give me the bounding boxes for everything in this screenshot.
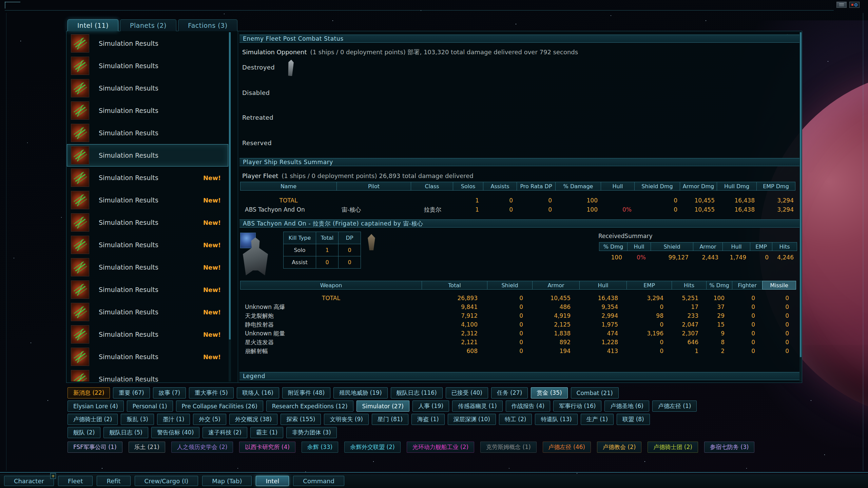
intel-list-item[interactable]: Simulation Results New! — [67, 189, 228, 211]
intel-tag-button[interactable]: 重大事件 (5) — [189, 387, 233, 398]
intel-list-item[interactable]: Simulation Results New! — [67, 167, 228, 189]
intel-tag-button[interactable]: 舰队日志 (5) — [103, 427, 148, 438]
recv-header[interactable]: Hull — [722, 242, 750, 251]
bottom-bar-button[interactable]: Map (Tab) — [202, 476, 252, 486]
intel-tag-button[interactable]: 殖民地威胁 (19) — [333, 387, 387, 398]
intel-tag-button[interactable]: 探索 (155) — [281, 414, 321, 425]
col-header-pro-rata-dp[interactable]: Pro Rata DP — [517, 182, 556, 191]
intel-tab[interactable]: Planets (2) — [120, 19, 176, 31]
intel-tag-button[interactable]: 人事 (19) — [412, 401, 449, 412]
bottom-bar-button[interactable]: Refit — [97, 476, 130, 486]
intel-tag-button[interactable]: Elysian Lore (4) — [67, 401, 124, 412]
bottom-bar-button[interactable]: Crew/Cargo (I) — [135, 476, 198, 486]
faction-tag-button[interactable]: 卢德骑士团 (2) — [648, 442, 698, 453]
col-header-armor-dmg[interactable]: Armor Dmg — [680, 182, 717, 191]
faction-tag-button[interactable]: 人之领历史学会 (2) — [171, 442, 233, 453]
intel-list-item[interactable]: Simulation Results New! — [67, 301, 228, 323]
detail-scrollbar[interactable] — [799, 32, 802, 382]
player-table-ship-row[interactable]: ABS Tachyon And On 宙-核心 拉贵尔 1 0 0 100 0%… — [240, 205, 799, 214]
intel-tag-button[interactable]: 深层深渊 (10) — [448, 414, 496, 425]
weapon-col-header[interactable]: Weapon — [240, 281, 422, 290]
detail-scrollbar-thumb[interactable] — [800, 32, 802, 357]
intel-tag-button[interactable]: Research Expeditions (12) — [266, 401, 353, 412]
intel-tag-button[interactable]: 外交 (5) — [193, 414, 226, 425]
intel-tag-button[interactable]: 速子科技 (2) — [202, 427, 247, 438]
weapon-col-header[interactable]: Armor — [532, 281, 580, 290]
intel-list-item[interactable]: Simulation Results New! — [67, 211, 228, 234]
bottom-bar-button[interactable]: Intel — [256, 476, 289, 486]
intel-tag-button[interactable]: 外交概况 (38) — [229, 414, 277, 425]
col-header-solos[interactable]: Solos — [453, 182, 483, 191]
bottom-bar-button[interactable]: Fleet — [58, 476, 93, 486]
intel-list-item[interactable]: Simulation Results New! — [67, 32, 228, 55]
bottom-bar-button[interactable]: Command — [293, 476, 344, 486]
col-header-hull-dmg[interactable]: Hull Dmg — [717, 182, 757, 191]
intel-list-item[interactable]: Simulation Results New! — [67, 122, 228, 144]
faction-tag-button[interactable]: 克劳斯姆概念 (1) — [480, 442, 536, 453]
recv-header[interactable]: EMP — [750, 242, 772, 251]
intel-tag-button[interactable]: 作战报告 (4) — [506, 401, 550, 412]
intel-tag-button[interactable]: 霸主 (1) — [250, 427, 283, 438]
intel-tag-button[interactable]: 赏金 (35) — [531, 387, 567, 398]
intel-tag-button[interactable]: 卢德左径 (1) — [652, 401, 697, 412]
intel-tag-button[interactable]: 联盟 (8) — [617, 414, 650, 425]
recv-header[interactable]: Shield — [651, 242, 693, 251]
faction-tag-button[interactable]: FSF军事公司 (1) — [67, 442, 122, 453]
intel-tag-button[interactable]: 非势力团体 (3) — [286, 427, 336, 438]
faction-tag-button[interactable]: 参宿七防务 (3) — [704, 442, 754, 453]
intel-tag-button[interactable]: Pre Collapse Facilities (26) — [176, 401, 263, 412]
intel-tag-button[interactable]: 卢德圣地 (6) — [604, 401, 649, 412]
intel-tab[interactable]: Factions (3) — [178, 19, 237, 31]
intel-tag-button[interactable]: 特工 (2) — [499, 414, 532, 425]
faction-tag-button[interactable]: 以西卡研究所 (4) — [239, 442, 295, 453]
intel-tag-button[interactable]: 舰队日志 (116) — [391, 387, 443, 398]
intel-tag-button[interactable]: 已接受 (40) — [446, 387, 488, 398]
intel-list-item[interactable]: Simulation Results New! — [67, 77, 228, 99]
col-header-pct-damage[interactable]: % Damage — [555, 182, 601, 191]
weapon-col-header[interactable]: Hull — [579, 281, 627, 290]
recv-header[interactable]: Hits — [772, 242, 797, 251]
list-scrollbar[interactable] — [229, 32, 231, 382]
intel-list-item[interactable]: Simulation Results New! — [67, 144, 228, 167]
intel-list-item[interactable]: Simulation Results New! — [67, 99, 228, 122]
weapon-col-header[interactable]: Shield — [487, 281, 533, 290]
intel-tab[interactable]: Intel (11) — [67, 19, 118, 31]
recv-header[interactable]: % Dmg — [599, 242, 628, 251]
intel-tag-button[interactable]: Combat (21) — [571, 387, 619, 398]
intel-tag-button[interactable]: 军事行动 (16) — [553, 401, 601, 412]
faction-tag-button[interactable]: 乐土 (21) — [129, 442, 165, 453]
intel-tag-button[interactable]: 联络人 (16) — [237, 387, 279, 398]
intel-tag-button[interactable]: Simulator (27) — [356, 401, 409, 412]
intel-tag-button[interactable]: Personal (1) — [127, 401, 173, 412]
weapon-col-header[interactable]: % Dmg — [706, 281, 732, 290]
intel-tag-button[interactable]: 传感器幽灵 (1) — [452, 401, 502, 412]
intel-list-item[interactable]: Simulation Results New! — [67, 278, 228, 301]
list-scrollbar-thumb[interactable] — [229, 32, 231, 339]
intel-list-item[interactable]: Simulation Results New! — [67, 323, 228, 346]
intel-list-item[interactable]: Simulation Results New! — [67, 234, 228, 256]
intel-tag-button[interactable]: 重要 (67) — [113, 387, 150, 398]
faction-tag-button[interactable]: 光环动力舰船工业 (2) — [407, 442, 474, 453]
intel-tag-button[interactable]: 附近事件 (48) — [282, 387, 330, 398]
faction-tag-button[interactable]: 卢德教会 (2) — [597, 442, 641, 453]
faction-tag-button[interactable]: 余辉 (33) — [302, 442, 338, 453]
col-header-assists[interactable]: Assists — [483, 182, 517, 191]
col-header-hull[interactable]: Hull — [601, 182, 635, 191]
intel-tag-button[interactable]: 文明丧失 (9) — [324, 414, 368, 425]
recv-header[interactable]: Hull — [627, 242, 651, 251]
recv-header[interactable]: Armor — [693, 242, 723, 251]
col-header-class[interactable]: Class — [411, 182, 453, 191]
intel-tag-button[interactable]: 警告信标 (40) — [151, 427, 199, 438]
weapon-col-header[interactable]: Fighter — [732, 281, 763, 290]
intel-list-item[interactable]: Simulation Results New! — [67, 346, 228, 368]
col-header-emp-dmg[interactable]: EMP Dmg — [756, 182, 795, 191]
intel-list-item[interactable]: Simulation Results New! — [67, 55, 228, 77]
intel-tag-button[interactable]: 墨汁 (1) — [157, 414, 190, 425]
intel-list-item[interactable]: Simulation Results New! — [67, 368, 228, 382]
col-header-pilot[interactable]: Pilot — [336, 182, 411, 191]
weapon-col-header[interactable]: EMP — [626, 281, 672, 290]
intel-tag-button[interactable]: 卢德骑士团 (2) — [67, 414, 118, 425]
intel-tag-button[interactable]: 海盗 (1) — [411, 414, 444, 425]
intel-list-item[interactable]: Simulation Results New! — [67, 256, 228, 278]
intel-tag-button[interactable]: 生产 (1) — [581, 414, 614, 425]
